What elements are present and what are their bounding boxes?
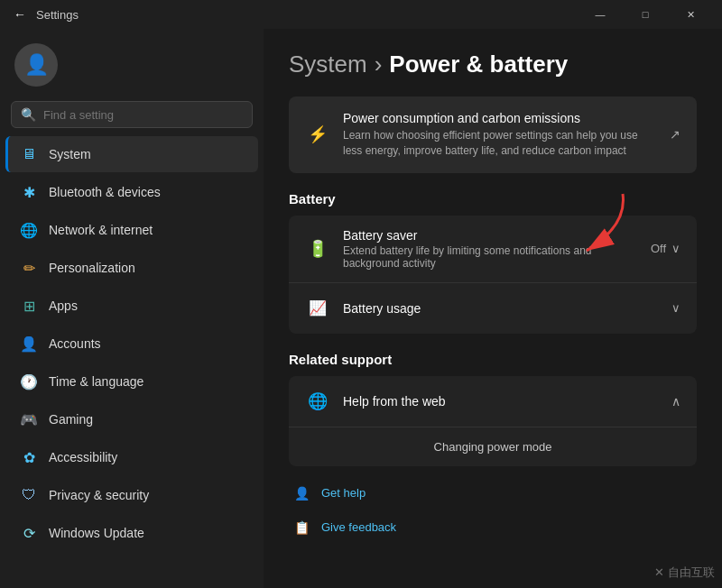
app-title: Settings bbox=[36, 8, 579, 22]
sidebar-label-system: System bbox=[49, 147, 91, 161]
breadcrumb: System › Power & battery bbox=[289, 51, 697, 78]
battery-section: 🔋 Battery saver Extend battery life by l… bbox=[289, 216, 697, 334]
sidebar-label-update: Windows Update bbox=[49, 526, 144, 540]
give-feedback-link[interactable]: 📋 Give feedback bbox=[289, 511, 697, 544]
battery-usage-expand[interactable]: ∨ bbox=[671, 301, 680, 315]
time-icon: 🕐 bbox=[20, 372, 38, 390]
minimize-button[interactable]: — bbox=[579, 0, 621, 29]
accounts-icon: 👤 bbox=[20, 335, 38, 353]
titlebar: ← Settings — □ ✕ bbox=[0, 0, 722, 29]
sidebar-label-accounts: Accounts bbox=[49, 336, 101, 351]
give-feedback-icon: 📋 bbox=[292, 519, 310, 537]
power-icon: ⚡ bbox=[305, 122, 330, 147]
power-card-desc: Learn how choosing efficient power setti… bbox=[343, 128, 657, 159]
close-button[interactable]: ✕ bbox=[670, 0, 711, 29]
sidebar-item-update[interactable]: ⟳ Windows Update bbox=[5, 515, 258, 551]
sidebar-item-gaming[interactable]: 🎮 Gaming bbox=[5, 401, 258, 437]
sidebar-label-personalization: Personalization bbox=[49, 261, 135, 275]
battery-usage-chevron: ∨ bbox=[671, 301, 680, 315]
bluetooth-icon: ✱ bbox=[20, 183, 38, 201]
bottom-links: 👤 Get help 📋 Give feedback bbox=[289, 477, 697, 544]
sidebar-item-bluetooth[interactable]: ✱ Bluetooth & devices bbox=[5, 174, 258, 210]
privacy-icon: 🛡 bbox=[20, 486, 38, 504]
support-item-label: Changing power mode bbox=[434, 440, 552, 454]
battery-usage-title: Battery usage bbox=[343, 301, 659, 316]
search-icon: 🔍 bbox=[21, 107, 36, 122]
battery-saver-chevron: ∨ bbox=[671, 242, 680, 255]
search-box[interactable]: 🔍 bbox=[11, 101, 253, 128]
personalization-icon: ✏ bbox=[20, 259, 38, 277]
gaming-icon: 🎮 bbox=[20, 410, 38, 428]
avatar-icon: 👤 bbox=[24, 53, 49, 77]
sidebar-item-apps[interactable]: ⊞ Apps bbox=[5, 288, 258, 324]
support-item-power-mode[interactable]: Changing power mode bbox=[289, 427, 697, 466]
battery-saver-icon: 🔋 bbox=[305, 236, 330, 262]
sidebar-label-network: Network & internet bbox=[49, 223, 153, 237]
sidebar-item-accessibility[interactable]: ✿ Accessibility bbox=[5, 439, 258, 475]
power-card-link[interactable]: ↗ bbox=[670, 127, 680, 142]
sidebar-item-privacy[interactable]: 🛡 Privacy & security bbox=[5, 477, 258, 513]
help-web-title: Help from the web bbox=[343, 394, 659, 409]
battery-saver-row[interactable]: 🔋 Battery saver Extend battery life by l… bbox=[289, 216, 697, 283]
main-layout: 👤 🔍 🖥 System ✱ Bluetooth & devices 🌐 Net… bbox=[0, 29, 722, 588]
support-section: 🌐 Help from the web ∧ Changing power mod… bbox=[289, 376, 697, 466]
sidebar-label-apps: Apps bbox=[49, 299, 78, 313]
battery-usage-icon: 📈 bbox=[305, 296, 330, 321]
sidebar-label-bluetooth: Bluetooth & devices bbox=[49, 185, 161, 199]
search-input[interactable] bbox=[43, 108, 243, 122]
breadcrumb-current: Power & battery bbox=[389, 51, 568, 78]
battery-saver-title: Battery saver bbox=[343, 228, 638, 243]
sidebar-item-accounts[interactable]: 👤 Accounts bbox=[5, 326, 258, 362]
system-icon: 🖥 bbox=[20, 145, 38, 163]
battery-section-label: Battery bbox=[289, 191, 697, 207]
sidebar-item-time[interactable]: 🕐 Time & language bbox=[5, 363, 258, 400]
sidebar-label-time: Time & language bbox=[49, 374, 143, 389]
help-web-icon: 🌐 bbox=[305, 389, 330, 414]
get-help-icon: 👤 bbox=[292, 484, 310, 502]
sidebar-item-personalization[interactable]: ✏ Personalization bbox=[5, 250, 258, 286]
apps-icon: ⊞ bbox=[20, 297, 38, 315]
sidebar-label-privacy: Privacy & security bbox=[49, 488, 149, 502]
content-area: System › Power & battery ⚡ Power consump… bbox=[264, 29, 722, 588]
back-button[interactable]: ← bbox=[11, 5, 29, 23]
sidebar-item-network[interactable]: 🌐 Network & internet bbox=[5, 212, 258, 248]
update-icon: ⟳ bbox=[20, 524, 38, 542]
battery-usage-row[interactable]: 📈 Battery usage ∨ bbox=[289, 283, 697, 334]
battery-saver-toggle[interactable]: Off ∨ bbox=[651, 242, 680, 255]
network-icon: 🌐 bbox=[20, 221, 38, 239]
sidebar-item-system[interactable]: 🖥 System bbox=[5, 136, 258, 172]
power-consumption-card: ⚡ Power consumption and carbon emissions… bbox=[289, 96, 697, 173]
help-from-web-header[interactable]: 🌐 Help from the web ∧ bbox=[289, 376, 697, 427]
breadcrumb-parent: System bbox=[289, 51, 367, 78]
battery-saver-status: Off bbox=[651, 242, 666, 255]
sidebar: 👤 🔍 🖥 System ✱ Bluetooth & devices 🌐 Net… bbox=[0, 29, 264, 588]
sidebar-label-accessibility: Accessibility bbox=[49, 450, 117, 464]
help-web-chevron: ∧ bbox=[671, 394, 680, 409]
give-feedback-label: Give feedback bbox=[321, 520, 396, 534]
window-controls: — □ ✕ bbox=[579, 0, 711, 29]
power-card-title: Power consumption and carbon emissions bbox=[343, 111, 657, 125]
accessibility-icon: ✿ bbox=[20, 448, 38, 466]
profile-section: 👤 bbox=[0, 36, 264, 101]
breadcrumb-chevron: › bbox=[375, 51, 383, 78]
get-help-label: Get help bbox=[321, 486, 366, 500]
sidebar-label-gaming: Gaming bbox=[49, 412, 93, 427]
avatar: 👤 bbox=[14, 43, 58, 87]
maximize-button[interactable]: □ bbox=[625, 0, 666, 29]
get-help-link[interactable]: 👤 Get help bbox=[289, 477, 697, 510]
related-support-label: Related support bbox=[289, 352, 697, 367]
battery-saver-desc: Extend battery life by limiting some not… bbox=[343, 244, 638, 270]
watermark: ✕ 自由互联 bbox=[654, 565, 715, 581]
